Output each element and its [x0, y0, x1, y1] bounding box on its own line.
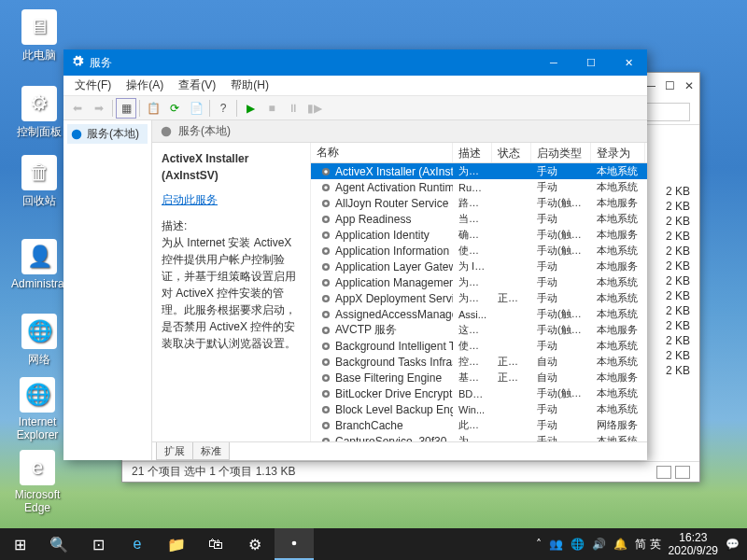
tree-services-local[interactable]: 服务(本地): [67, 124, 148, 144]
service-row[interactable]: Application Layer Gatewa...为 In...手动本地服务: [311, 259, 647, 274]
explorer-button[interactable]: 📁: [157, 528, 196, 560]
back-button[interactable]: ⬅: [67, 98, 88, 119]
service-row[interactable]: App Readiness当用...手动本地系统: [311, 211, 647, 227]
view-tabs: 扩展 标准: [152, 441, 647, 460]
services-taskbar-button[interactable]: [275, 528, 314, 560]
svg-point-35: [324, 424, 328, 427]
svg-point-15: [324, 265, 328, 269]
service-row[interactable]: Application Management为通...手动本地系统: [311, 274, 647, 290]
service-row[interactable]: AssignedAccessManager...Assi...手动(触发...本…: [311, 306, 647, 322]
notifications-icon[interactable]: 💬: [726, 538, 740, 551]
svg-point-23: [324, 329, 328, 332]
desktop-icon[interactable]: 🌐网络: [11, 314, 67, 368]
service-row[interactable]: AVCTP 服务这是...手动(触发...本地服务: [311, 322, 647, 338]
restart-button[interactable]: ▮▶: [304, 98, 325, 119]
desktop-icon[interactable]: 🗑回收站: [11, 155, 67, 209]
max-button[interactable]: ☐: [572, 49, 610, 76]
status-text: 21 个项目 选中 1 个项目 1.13 KB: [132, 464, 295, 480]
task-view-button[interactable]: ⊡: [78, 528, 118, 560]
list-rows[interactable]: ActiveX Installer (AxInstSV)为从...手动本地系统A…: [311, 163, 647, 441]
service-row[interactable]: ActiveX Installer (AxInstSV)为从...手动本地系统: [311, 163, 647, 179]
file-size: 2 KB: [649, 364, 696, 379]
stop-button[interactable]: ■: [261, 98, 282, 119]
show-hide-button[interactable]: ▦: [116, 98, 136, 119]
main-header: 服务(本地): [152, 120, 647, 143]
close-button[interactable]: ✕: [610, 49, 647, 76]
desktop-icon[interactable]: ⚙控制面板: [11, 86, 67, 140]
tree-pane: 服务(本地): [63, 120, 152, 460]
menu-view[interactable]: 查看(V): [173, 76, 221, 95]
svg-point-33: [324, 408, 328, 412]
properties-button[interactable]: 📋: [143, 98, 163, 119]
menubar: 文件(F) 操作(A) 查看(V) 帮助(H): [63, 76, 647, 96]
clock[interactable]: 16:23 2020/9/29: [669, 531, 718, 558]
service-row[interactable]: BitLocker Drive Encryptio...BDE...手动(触发.…: [311, 385, 647, 401]
menu-action[interactable]: 操作(A): [120, 76, 169, 95]
tab-extended[interactable]: 扩展: [156, 442, 193, 460]
svg-point-1: [162, 126, 172, 136]
file-size: 2 KB: [649, 349, 696, 364]
svg-point-19: [324, 297, 328, 301]
list-header[interactable]: 名称 描述 状态 启动类型 登录为: [311, 143, 647, 163]
svg-point-21: [324, 313, 328, 316]
help-button[interactable]: ?: [213, 98, 233, 119]
view-icons-icon[interactable]: [675, 466, 690, 479]
service-row[interactable]: Background Intelligent T...使用...手动本地系统: [311, 338, 647, 354]
export-button[interactable]: 📄: [186, 98, 206, 119]
settings-button[interactable]: ⚙: [235, 528, 275, 560]
tab-standard[interactable]: 标准: [192, 442, 230, 460]
svg-point-11: [324, 233, 328, 237]
close-button[interactable]: ✕: [684, 79, 694, 92]
view-details-icon[interactable]: [656, 466, 671, 479]
min-button[interactable]: ─: [535, 49, 572, 76]
svg-point-3: [324, 170, 328, 174]
selected-service-name: ActiveX Installer (AxInstSV): [162, 150, 301, 184]
menu-help[interactable]: 帮助(H): [225, 76, 275, 95]
security-icon[interactable]: 🔔: [613, 538, 627, 551]
edge-button[interactable]: e: [118, 528, 157, 560]
svg-point-7: [324, 202, 328, 205]
desktop-icon[interactable]: 🌐Internet Explorer: [9, 377, 65, 441]
system-tray[interactable]: ˄ 👥 🌐 🔊 🔔 简 英 16:23 2020/9/29 💬: [536, 531, 747, 558]
service-row[interactable]: Agent Activation Runtime...Runt...手动本地系统: [311, 179, 647, 195]
desktop: 🖥此电脑⚙控制面板🗑回收站👤Administrat...🌐网络🌐Internet…: [0, 0, 747, 560]
ime-indicator[interactable]: 简 英: [635, 537, 660, 553]
desktop-icon[interactable]: 👤Administrat...: [11, 239, 67, 290]
file-size: 2 KB: [649, 200, 696, 215]
forward-button[interactable]: ➡: [89, 98, 109, 119]
people-icon[interactable]: 👥: [549, 538, 563, 551]
network-icon[interactable]: 🌐: [571, 538, 585, 551]
window-title: 服务: [90, 55, 112, 71]
service-row[interactable]: Background Tasks Infras...控制...正在...自动本地…: [311, 354, 647, 370]
file-size: 2 KB: [649, 334, 696, 349]
service-row[interactable]: AppX Deployment Servic...为部...正在...手动本地系…: [311, 290, 647, 306]
service-row[interactable]: AllJoyn Router Service路由...手动(触发...本地服务: [311, 195, 647, 211]
start-button[interactable]: ⊞: [0, 528, 39, 560]
titlebar[interactable]: 服务 ─ ☐ ✕: [63, 49, 647, 76]
svg-point-25: [324, 344, 328, 348]
service-row[interactable]: Base Filtering Engine基本...正在...自动本地服务: [311, 370, 647, 385]
service-row[interactable]: Block Level Backup Engi...Win...手动本地系统: [311, 401, 647, 417]
start-button[interactable]: ▶: [240, 98, 261, 119]
desktop-icon[interactable]: eMicrosoft Edge: [9, 450, 65, 514]
service-row[interactable]: Application Identity确定...手动(触发...本地服务: [311, 227, 647, 243]
svg-point-31: [324, 392, 328, 396]
search-button[interactable]: 🔍: [39, 528, 78, 560]
svg-point-17: [324, 281, 328, 285]
desktop-icon[interactable]: 🖥此电脑: [11, 9, 67, 63]
menu-file[interactable]: 文件(F): [69, 76, 117, 95]
refresh-button[interactable]: ⟳: [164, 98, 185, 119]
volume-icon[interactable]: 🔊: [592, 538, 606, 551]
pause-button[interactable]: ⏸: [283, 98, 303, 119]
store-button[interactable]: 🛍: [196, 528, 235, 560]
service-row[interactable]: BranchCache此服...手动网络服务: [311, 417, 647, 433]
taskbar: ⊞ 🔍 ⊡ e 📁 🛍 ⚙ ˄ 👥 🌐 🔊 🔔 简 英 16:23 2020/9…: [0, 528, 747, 560]
service-row[interactable]: CaptureService_30f30为调...手动本地系统: [311, 433, 647, 441]
tray-chevron-icon[interactable]: ˄: [536, 538, 542, 551]
max-button[interactable]: ☐: [665, 79, 675, 92]
svg-point-0: [72, 129, 82, 139]
file-size: 2 KB: [649, 215, 696, 230]
service-row[interactable]: Application Information使用...手动(触发...本地系统: [311, 243, 647, 259]
start-service-link[interactable]: 启动此服务: [162, 191, 301, 208]
svg-point-13: [324, 249, 328, 253]
